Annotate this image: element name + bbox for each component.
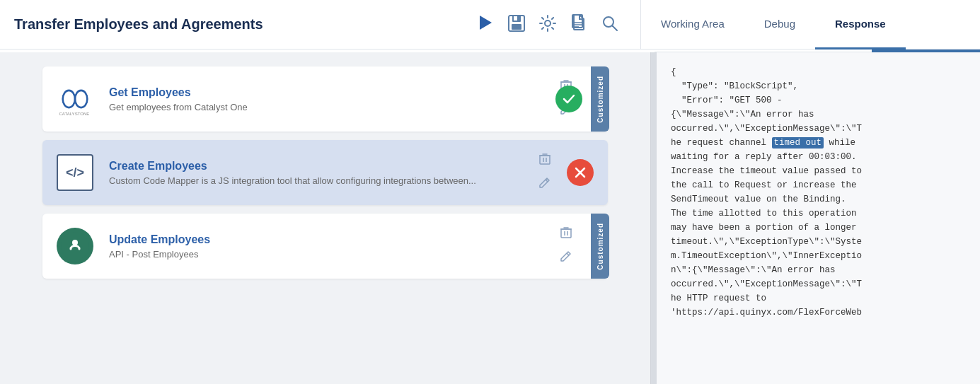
step-title-update-employees: Update Employees bbox=[109, 233, 560, 246]
tab-debug[interactable]: Debug bbox=[744, 0, 815, 50]
svg-marker-0 bbox=[480, 16, 492, 30]
edit-icon-update-employees[interactable] bbox=[560, 250, 572, 266]
settings-icon[interactable] bbox=[538, 14, 557, 35]
step-actions-update-employees bbox=[560, 226, 572, 266]
right-panel: { "Type": "BlockScript", "Error": "GET 5… bbox=[657, 52, 980, 384]
page-title: Transfer Employees and Agreements bbox=[14, 16, 475, 33]
status-badge-success-get-employees bbox=[555, 86, 582, 112]
edit-icon-create-employees[interactable] bbox=[538, 176, 551, 192]
svg-point-28 bbox=[72, 240, 78, 245]
status-badge-error-create-employees bbox=[567, 159, 594, 186]
update-brand-icon bbox=[57, 228, 93, 264]
step-info-create-employees: Create Employees Custom Code Mapper is a… bbox=[109, 160, 538, 186]
step-desc-update-employees: API - Post Employees bbox=[109, 249, 560, 260]
tabs-area: Working Area Debug Response bbox=[640, 0, 966, 50]
left-panel: CATALYSTONE Get Employees Get employees … bbox=[0, 52, 651, 384]
tab-working-area[interactable]: Working Area bbox=[641, 0, 744, 50]
customized-badge-get-employees: Customized bbox=[591, 66, 609, 132]
svg-rect-4 bbox=[514, 16, 517, 21]
step-actions-create-employees bbox=[538, 153, 551, 192]
svg-rect-3 bbox=[512, 24, 521, 30]
step-icon-get-employees: CATALYSTONE bbox=[54, 78, 96, 120]
step-title-get-employees: Get Employees bbox=[109, 86, 560, 99]
response-text-post: whilewaiting for a reply after 00:03:00.… bbox=[671, 138, 862, 318]
step-title-create-employees: Create Employees bbox=[109, 160, 538, 173]
save-icon[interactable] bbox=[507, 14, 526, 35]
app-container: Transfer Employees and Agreements bbox=[0, 0, 980, 384]
play-icon[interactable] bbox=[475, 13, 495, 36]
tab-response[interactable]: Response bbox=[815, 0, 906, 50]
step-desc-get-employees: Get employees from Catalyst One bbox=[109, 102, 560, 112]
step-card-get-employees[interactable]: CATALYSTONE Get Employees Get employees … bbox=[42, 66, 608, 132]
response-content[interactable]: { "Type": "BlockScript", "Error": "GET 5… bbox=[657, 52, 980, 384]
header: Transfer Employees and Agreements bbox=[0, 0, 980, 50]
pdf-icon[interactable] bbox=[570, 14, 588, 35]
svg-point-13 bbox=[75, 91, 87, 107]
delete-icon-create-employees[interactable] bbox=[538, 153, 551, 169]
svg-rect-29 bbox=[561, 229, 571, 238]
search-icon[interactable] bbox=[601, 14, 619, 35]
step-card-update-employees[interactable]: Update Employees API - Post Employees bbox=[42, 214, 608, 279]
svg-point-5 bbox=[545, 21, 550, 26]
step-icon-update-employees bbox=[54, 225, 96, 267]
customized-badge-update-employees: Customized bbox=[591, 214, 609, 279]
delete-icon-update-employees[interactable] bbox=[560, 226, 572, 243]
step-card-create-employees[interactable]: </> Create Employees Custom Code Mapper … bbox=[42, 140, 608, 205]
response-text-pre: { "Type": "BlockScript", "Error": "GET 5… bbox=[671, 67, 862, 148]
step-info-update-employees: Update Employees API - Post Employees bbox=[109, 233, 560, 260]
code-bracket-icon: </> bbox=[57, 154, 93, 191]
response-highlight-timeout: timed out bbox=[772, 137, 824, 149]
main-content: CATALYSTONE Get Employees Get employees … bbox=[0, 52, 980, 384]
step-desc-create-employees: Custom Code Mapper is a JS integration t… bbox=[109, 175, 538, 186]
svg-point-12 bbox=[63, 91, 75, 107]
svg-text:CATALYSTONE: CATALYSTONE bbox=[59, 112, 89, 116]
panel-separator bbox=[651, 52, 657, 384]
step-icon-create-employees: </> bbox=[54, 151, 96, 194]
header-toolbar bbox=[475, 13, 619, 36]
svg-line-11 bbox=[613, 25, 618, 30]
step-info-get-employees: Get Employees Get employees from Catalys… bbox=[109, 86, 560, 112]
svg-rect-20 bbox=[540, 156, 550, 164]
